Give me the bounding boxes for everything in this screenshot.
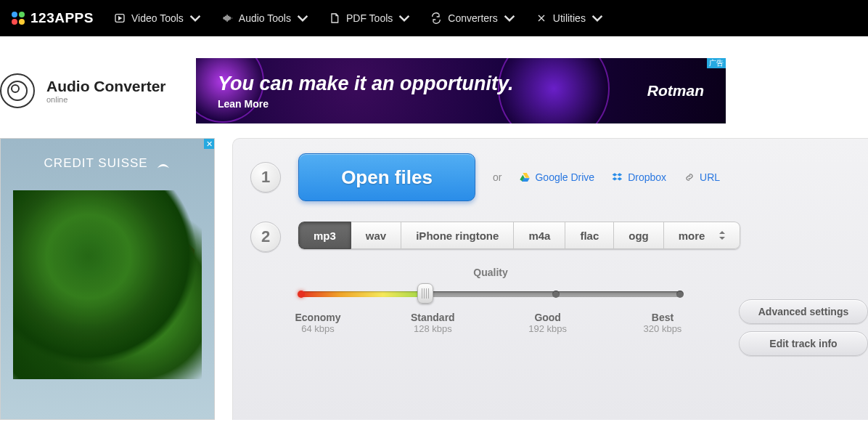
quality-label: Quality [298,267,683,278]
quality-good: Good 192 kbps [519,312,577,334]
step-number-2: 2 [250,222,281,252]
nav-video-tools[interactable]: Video Tools [114,12,201,24]
tools-icon [536,12,547,24]
step-1: 1 Open files or Google Drive Dropbox URL [233,153,868,201]
format-iphone-ringtone[interactable]: iPhone ringtone [401,222,514,249]
chevron-down-icon [398,12,410,24]
chevron-down-icon [297,12,308,24]
brand-row: Audio Converter online You can make it a… [0,36,868,138]
step-2: 2 mp3 wav iPhone ringtone m4a flac ogg m… [233,222,868,252]
ad-brand: Rotman [647,82,704,100]
dropbox-link[interactable]: Dropbox [612,171,666,183]
google-drive-icon [519,171,531,183]
credit-suisse-icon [155,156,171,172]
link-icon [684,171,695,183]
side-buttons: Advanced settings Edit track info [739,299,868,356]
slider-handle[interactable] [417,283,433,304]
nav-pdf-tools[interactable]: PDF Tools [329,12,410,24]
quality-best: Best 320 kbps [634,312,692,334]
app-title: Audio Converter [46,78,166,95]
converter-panel: 1 Open files or Google Drive Dropbox URL… [232,138,868,420]
quality-labels: Economy 64 kbps Standard 128 kbps Good 1… [289,312,692,334]
ad-close-icon[interactable]: ✕ [204,139,214,149]
ad-banner-side[interactable]: ✕ CREDIT SUISSE [0,138,215,420]
nav-audio-tools[interactable]: Audio Tools [221,12,308,24]
document-icon [329,12,340,24]
slider-tick-best[interactable] [676,291,684,298]
app-subtitle: online [46,95,166,104]
ad-banner-top[interactable]: You can make it an opportunity. Lean Mor… [196,58,726,123]
logo-dots-icon [12,12,25,25]
format-wav[interactable]: wav [351,222,401,249]
sort-icon [719,231,725,240]
step-number-1: 1 [250,162,281,192]
format-tabs: mp3 wav iPhone ringtone m4a flac ogg mor… [298,222,740,249]
or-label: or [493,171,501,183]
chevron-down-icon [591,12,603,24]
quality-economy: Economy 64 kbps [289,312,347,334]
quality-standard: Standard 128 kbps [404,312,462,334]
quality-slider[interactable] [298,285,683,301]
format-ogg[interactable]: ogg [614,222,664,249]
slider-tick-good[interactable] [552,291,560,298]
play-icon [114,12,126,24]
slider-tick-economy[interactable] [298,291,305,298]
ad-label: 广告 [707,58,726,68]
convert-icon [430,12,442,24]
chevron-down-icon [504,12,515,24]
ad-side-brand: CREDIT SUISSE [1,139,214,172]
advanced-settings-button[interactable]: Advanced settings [739,299,868,324]
top-nav: 123APPS Video Tools Audio Tools PDF Tool… [0,0,868,36]
edit-track-info-button[interactable]: Edit track info [739,331,868,356]
site-logo[interactable]: 123APPS [12,10,94,26]
open-files-button[interactable]: Open files [298,153,475,201]
audio-wave-icon [221,12,233,24]
format-flac[interactable]: flac [565,222,614,249]
dropbox-icon [612,171,623,183]
ad-headline: You can make it an opportunity. [218,73,514,95]
ad-cta: Lean More [218,98,514,110]
audio-converter-icon [0,73,35,108]
app-brand: Audio Converter online [0,73,189,108]
url-link[interactable]: URL [684,171,720,183]
site-name: 123APPS [30,10,94,26]
google-drive-link[interactable]: Google Drive [519,171,594,183]
nav-converters[interactable]: Converters [430,12,515,24]
nav-utilities[interactable]: Utilities [536,12,603,24]
main: ✕ CREDIT SUISSE 1 Open files or Google D… [0,138,868,420]
format-m4a[interactable]: m4a [514,222,565,249]
format-mp3[interactable]: mp3 [298,222,351,249]
format-more[interactable]: more [664,222,741,249]
chevron-down-icon [189,12,201,24]
